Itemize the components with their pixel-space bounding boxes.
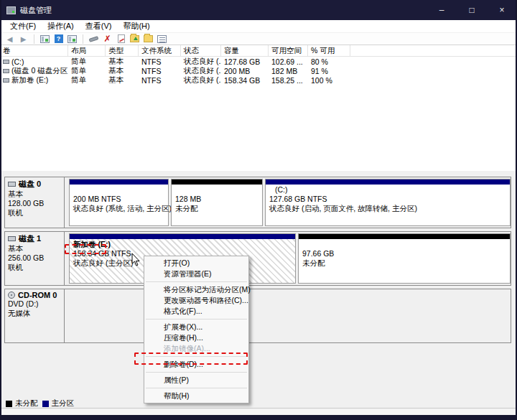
unallocated-bar — [299, 234, 510, 239]
back-icon[interactable]: ◀ — [4, 34, 15, 44]
cell-type: 基本 — [106, 75, 139, 85]
cell-fs: NTFS — [139, 67, 181, 75]
open-folder-icon[interactable] — [129, 34, 140, 44]
toolbar-separator — [83, 34, 83, 44]
delete-volume-icon[interactable]: ✗ — [102, 34, 113, 44]
menu-change-drive-letter[interactable]: 更改驱动器号和路径(C)... — [144, 295, 248, 306]
menu-extend-volume[interactable]: 扩展卷(X)... — [144, 322, 248, 332]
partition-size-label: 128 MB — [175, 195, 262, 204]
disk1-name: 磁盘 1 — [19, 233, 41, 244]
col-pct-free[interactable]: % 可用 — [308, 45, 350, 56]
menu-delete-volume[interactable]: 删除卷(D)... — [144, 359, 248, 370]
cell-capacity: 200 MB — [221, 67, 269, 75]
menu-separator — [146, 281, 247, 282]
col-free-space[interactable]: 可用空间 — [269, 45, 308, 56]
menu-help[interactable]: 帮助(H) — [117, 20, 155, 32]
menu-add-mirror: 添加镜像(A)... — [144, 343, 248, 354]
help-icon[interactable]: ? — [53, 34, 64, 44]
partition-status-label: 状态良好 (启动, 页面文件, 故障转储, 主分区) — [269, 204, 510, 213]
context-menu: 打开(O) 资源管理器(E) 将分区标记为活动分区(M) 更改驱动器号和路径(C… — [144, 256, 249, 403]
disk0-state: 联机 — [8, 208, 61, 218]
disk-icon — [8, 182, 16, 187]
menu-properties[interactable]: 属性(P) — [144, 375, 248, 386]
menu-explorer[interactable]: 资源管理器(E) — [144, 269, 248, 279]
cell-free: 102.69 ... — [269, 57, 308, 66]
cdrom-kind: DVD (D:) — [8, 299, 61, 309]
primary-partition-bar — [70, 234, 295, 239]
close-button[interactable]: × — [487, 0, 517, 20]
disk0-unallocated[interactable]: 128 MB 未分配 — [171, 179, 263, 226]
legend-primary-partition: 主分区 — [42, 398, 75, 409]
disk0-name: 磁盘 0 — [19, 179, 41, 190]
partition-title: (C:) — [269, 185, 510, 195]
minimize-button[interactable]: – — [427, 0, 457, 20]
volume-row-e[interactable]: 新加卷 (E:) 简单 基本 NTFS 状态良好 (... 158.34 GB … — [0, 75, 517, 85]
cell-type: 基本 — [106, 57, 139, 67]
disk1-unallocated[interactable]: 97.66 GB 未分配 — [298, 233, 511, 284]
col-capacity[interactable]: 容量 — [221, 45, 269, 56]
disk0-partition-c[interactable]: (C:) 127.68 GB NTFS 状态良好 (启动, 页面文件, 故障转储… — [265, 179, 511, 226]
menu-separator — [146, 356, 247, 357]
menu-view[interactable]: 查看(V) — [80, 20, 118, 32]
toolbar-separator — [34, 34, 34, 44]
cell-capacity: 158.34 GB — [221, 76, 269, 85]
primary-partition-bar — [266, 179, 510, 185]
menu-open[interactable]: 打开(O) — [144, 258, 248, 269]
legend-unallocated: 未分配 — [6, 398, 38, 409]
properties-icon[interactable] — [157, 34, 167, 44]
menu-help[interactable]: 帮助(H) — [144, 391, 248, 401]
disk1-row: 磁盘 1 基本 256.00 GB 联机 新加卷 (E:) 158.34 GB … — [4, 231, 511, 286]
tool-icon[interactable] — [88, 34, 99, 44]
cd-rom-icon — [8, 291, 15, 299]
forward-icon[interactable]: ▶ — [18, 34, 29, 44]
partition-status-label: 状态良好 (系统, 活动, 主分区) — [73, 204, 168, 213]
toolbar: ◀ ▶ ? ✗ — [0, 33, 517, 45]
console-window-icon[interactable] — [67, 34, 78, 44]
menu-mark-active[interactable]: 将分区标记为活动分区(M) — [144, 284, 248, 295]
volume-row-disk0-part1[interactable]: (磁盘 0 磁盘分区 1) 简单 基本 NTFS 状态良好 (... 200 M… — [0, 66, 517, 75]
cell-type: 基本 — [106, 66, 139, 76]
menu-action[interactable]: 操作(A) — [42, 20, 80, 32]
menu-file[interactable]: 文件(F) — [4, 20, 42, 32]
cdrom-row: CD-ROM 0 DVD (D:) 无媒体 — [4, 289, 511, 343]
console-tree-icon[interactable] — [39, 34, 50, 44]
partition-status-label: 未分配 — [175, 204, 262, 213]
partition-status-label: 未分配 — [302, 258, 510, 268]
menu-separator — [146, 372, 247, 373]
graphical-view-pane: 磁盘 0 基本 128.00 GB 联机 200 MB NTFS 状态良好 (系… — [0, 174, 517, 399]
cell-pct: 80 % — [308, 57, 350, 66]
volume-name: (C:) — [11, 57, 24, 66]
cell-status: 状态良好 (... — [181, 75, 221, 85]
cell-free: 182 MB — [269, 67, 308, 75]
cell-free: 158.25 ... — [269, 76, 308, 85]
partition-size-label: 127.68 GB NTFS — [269, 195, 510, 204]
col-status[interactable]: 状态 — [181, 45, 221, 56]
disk0-partition-system[interactable]: 200 MB NTFS 状态良好 (系统, 活动, 主分区) — [69, 179, 169, 226]
col-layout[interactable]: 布局 — [68, 45, 106, 56]
disk1-label-panel[interactable]: 磁盘 1 基本 256.00 GB 联机 — [5, 232, 65, 285]
volume-row-c[interactable]: (C:) 简单 基本 NTFS 状态良好 (... 127.68 GB 102.… — [0, 57, 517, 66]
unallocated-swatch — [6, 401, 12, 407]
disk0-label-panel[interactable]: 磁盘 0 基本 128.00 GB 联机 — [5, 177, 65, 228]
cell-layout: 简单 — [68, 75, 106, 85]
col-volume[interactable]: 卷 — [0, 45, 68, 56]
menu-format[interactable]: 格式化(F)... — [144, 306, 248, 317]
menu-shrink-volume[interactable]: 压缩卷(H)... — [144, 332, 248, 343]
disk0-row: 磁盘 0 基本 128.00 GB 联机 200 MB NTFS 状态良好 (系… — [4, 177, 511, 228]
disk1-state: 联机 — [8, 263, 61, 272]
window-bottom-border — [0, 415, 517, 420]
explorer-folder-icon[interactable] — [143, 34, 154, 44]
menu-separator — [146, 319, 247, 319]
cell-fs: NTFS — [139, 57, 181, 66]
cell-status: 状态良好 (... — [181, 66, 221, 76]
col-filesystem[interactable]: 文件系统 — [139, 45, 181, 56]
cell-pct: 91 % — [308, 67, 350, 75]
format-icon[interactable] — [116, 34, 126, 44]
col-type[interactable]: 类型 — [106, 45, 139, 56]
primary-partition-swatch — [42, 401, 49, 407]
maximize-button[interactable]: □ — [457, 0, 487, 20]
disk1-kind: 基本 — [8, 244, 61, 253]
volume-icon — [3, 78, 9, 83]
menu-separator — [146, 388, 247, 388]
cdrom-label-panel[interactable]: CD-ROM 0 DVD (D:) 无媒体 — [5, 289, 65, 342]
